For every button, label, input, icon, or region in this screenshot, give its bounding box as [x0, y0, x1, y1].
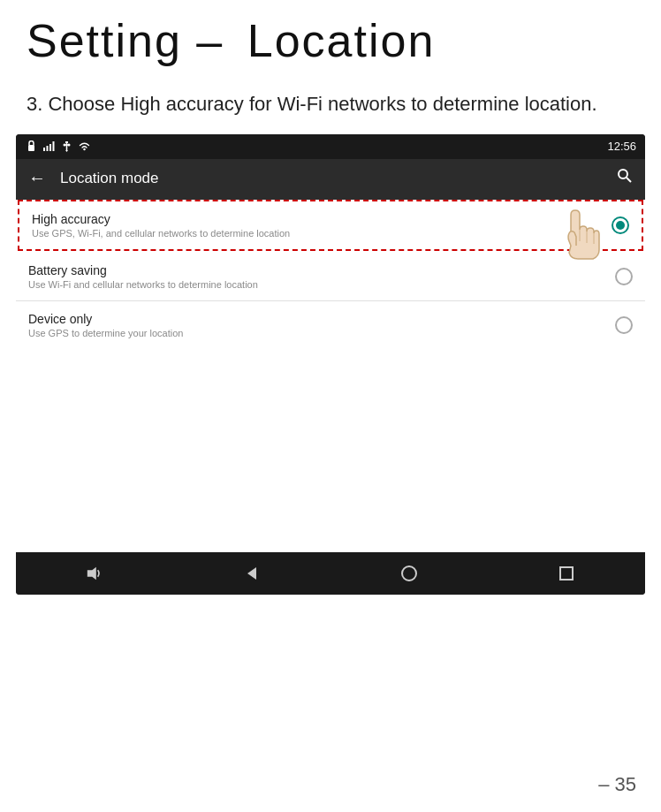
svg-point-7	[63, 144, 65, 147]
high-accuracy-title: High accuracy	[32, 212, 612, 226]
empty-space	[16, 349, 645, 552]
location-item-text: High accuracy Use GPS, Wi-Fi, and cellul…	[32, 212, 612, 239]
signal-icon	[42, 140, 55, 153]
svg-marker-10	[65, 150, 68, 152]
location-list: High accuracy Use GPS, Wi-Fi, and cellul…	[16, 200, 645, 552]
page-title: Setting – Location	[0, 0, 661, 75]
bottom-nav	[16, 552, 645, 595]
page-dash: –	[598, 773, 609, 796]
high-accuracy-desc: Use GPS, Wi-Fi, and cellular networks to…	[32, 228, 612, 239]
device-only-title: Device only	[28, 312, 615, 326]
battery-saving-title: Battery saving	[28, 263, 615, 277]
svg-rect-4	[52, 141, 54, 151]
svg-rect-3	[49, 144, 51, 151]
search-button[interactable]	[617, 168, 633, 188]
svg-point-11	[619, 170, 627, 178]
status-time: 12:56	[607, 140, 636, 153]
high-accuracy-radio[interactable]	[612, 216, 629, 234]
device-only-desc: Use GPS to determine your location	[28, 328, 615, 338]
svg-line-12	[627, 178, 631, 182]
page-number: 35	[615, 773, 636, 796]
volume-button[interactable]	[77, 560, 112, 587]
location-item-text: Battery saving Use Wi-Fi and cellular ne…	[28, 263, 615, 290]
back-button[interactable]: ←	[28, 168, 46, 188]
svg-marker-17	[247, 567, 256, 580]
svg-rect-2	[46, 146, 48, 151]
phone-screen: 12:56 ← Location mode High accuracy Use …	[16, 134, 645, 595]
usb-icon	[60, 140, 72, 153]
top-bar: ← Location mode	[16, 159, 645, 198]
svg-rect-1	[43, 148, 45, 151]
location-item-high-accuracy[interactable]: High accuracy Use GPS, Wi-Fi, and cellul…	[18, 200, 643, 251]
location-item-device-only[interactable]: Device only Use GPS to determine your lo…	[16, 301, 645, 349]
page-number-area: – 35	[598, 773, 636, 796]
svg-marker-16	[87, 567, 96, 581]
status-icons	[25, 140, 90, 153]
top-bar-left: ← Location mode	[28, 168, 159, 188]
svg-rect-9	[65, 141, 68, 143]
back-nav-button[interactable]	[234, 560, 270, 587]
wifi-icon	[78, 140, 90, 153]
battery-saving-radio[interactable]	[615, 268, 633, 285]
location-item-text: Device only Use GPS to determine your lo…	[28, 312, 615, 338]
screen-title: Location mode	[60, 170, 159, 187]
home-button[interactable]	[391, 560, 427, 587]
instruction-text: 3. Choose High accuracy for Wi-Fi networ…	[0, 75, 661, 134]
svg-rect-0	[28, 145, 34, 151]
svg-point-18	[402, 566, 416, 581]
svg-point-8	[67, 144, 70, 147]
device-only-radio[interactable]	[615, 316, 633, 334]
battery-saving-desc: Use Wi-Fi and cellular networks to deter…	[28, 279, 615, 290]
lock-icon	[25, 140, 37, 153]
location-item-battery-saving[interactable]: Battery saving Use Wi-Fi and cellular ne…	[16, 253, 645, 301]
svg-rect-19	[560, 567, 573, 580]
status-bar: 12:56	[16, 134, 645, 159]
recents-button[interactable]	[549, 560, 584, 587]
